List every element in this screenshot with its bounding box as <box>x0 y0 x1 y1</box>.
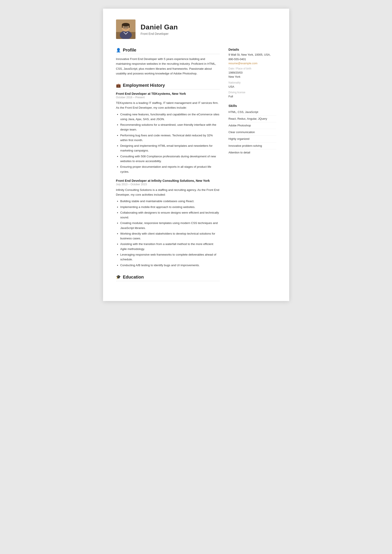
job-2-bullets: Building stable and maintainable codebas… <box>116 199 220 268</box>
bullet: Implementing a mobile-first approach to … <box>120 205 220 209</box>
license-value: Full <box>229 94 276 99</box>
skill-item: HTML, CSS, JavaScript <box>229 109 276 116</box>
skills-section: Skills HTML, CSS, JavaScript React, Redu… <box>229 104 276 156</box>
employment-icon: 💼 <box>116 83 121 88</box>
profile-section: 👤 Profile Innovative Front End Developer… <box>116 48 220 76</box>
bullet: Recommending solutions for a streamlined… <box>120 123 220 132</box>
header-text: Daniel Gan Front End Developer <box>141 23 178 35</box>
education-icon: 🎓 <box>116 275 121 279</box>
resume-page: Daniel Gan Front End Developer 👤 Profile… <box>103 9 289 301</box>
license-label: Driving license <box>229 91 276 94</box>
skill-item: React, Redux, Angular, JQuery <box>229 116 276 122</box>
profile-section-title: 👤 Profile <box>116 48 220 54</box>
job-2-desc: Infinity Consulting Solutions is a staff… <box>116 188 220 197</box>
details-section: Details 9 Wall St, New York, 10005, USA,… <box>229 48 276 99</box>
employment-section-title: 💼 Employment History <box>116 83 220 89</box>
svg-rect-6 <box>129 25 130 28</box>
skills-section-title: Skills <box>229 104 276 108</box>
job-2-dates: July 2013 – October 2015 <box>116 183 220 186</box>
bullet: Leveraging responsive web frameworks to … <box>120 252 220 262</box>
skill-item: Clear communication <box>229 129 276 136</box>
svg-point-4 <box>122 23 130 26</box>
main-layout: 👤 Profile Innovative Front End Developer… <box>116 48 276 288</box>
candidate-title: Front End Developer <box>141 32 178 35</box>
bullet: Collaborating with designers to ensure d… <box>120 210 220 220</box>
bullet: Ensuring proper documentation and report… <box>120 165 220 174</box>
job-2-title: Front End Developer at Infinity Consulti… <box>116 179 220 182</box>
bullet: Consulting with 508 Compliance professio… <box>120 154 220 164</box>
avatar <box>116 20 135 39</box>
job-2: Front End Developer at Infinity Consulti… <box>116 179 220 268</box>
details-section-title: Details <box>229 48 276 51</box>
job-1-bullets: Creating new features, functionality and… <box>116 112 220 174</box>
skills-list: HTML, CSS, JavaScript React, Redux, Angu… <box>229 109 276 156</box>
svg-point-7 <box>124 27 125 28</box>
profile-text: Innovative Front End Developer with 5 ye… <box>116 57 220 76</box>
skill-item: Innovative problem-solving <box>229 143 276 149</box>
nationality-value: USA <box>229 85 276 89</box>
bullet: Creating new features, functionality and… <box>120 112 220 122</box>
dob-label: Date / Place of birth <box>229 67 276 70</box>
details-email: resume@example.com <box>229 62 276 65</box>
nationality-label: Nationality <box>229 81 276 84</box>
bullet: Performing bug fixes and code reviews. T… <box>120 133 220 143</box>
skill-item: Attention to detail <box>229 149 276 156</box>
bullet: Assisting with the transition from a wat… <box>120 242 220 251</box>
job-1-title: Front End Developer at TEKsystems, New Y… <box>116 92 220 96</box>
right-column: Details 9 Wall St, New York, 10005, USA,… <box>229 48 276 288</box>
details-address: 9 Wall St, New York, 10005, USA, 890-555… <box>229 53 276 62</box>
profile-icon: 👤 <box>116 48 121 53</box>
svg-rect-5 <box>122 25 123 28</box>
job-1-dates: October 2016 – Present <box>116 96 220 99</box>
skill-item: Adobe Photoshop <box>229 122 276 129</box>
education-section: 🎓 Education <box>116 275 220 281</box>
job-1-desc: TEKsystems is a leading IT staffing, IT … <box>116 101 220 110</box>
candidate-name: Daniel Gan <box>141 23 178 31</box>
education-section-title: 🎓 Education <box>116 275 220 281</box>
employment-section: 💼 Employment History Front End Developer… <box>116 83 220 268</box>
resume-header: Daniel Gan Front End Developer <box>116 20 276 39</box>
left-column: 👤 Profile Innovative Front End Developer… <box>116 48 220 288</box>
svg-point-8 <box>127 27 127 28</box>
bullet: Conducting A/B testing to identify bugs … <box>120 263 220 268</box>
bullet: Building stable and maintainable codebas… <box>120 199 220 204</box>
dob-value: 1989/20/03 New York <box>229 70 276 79</box>
skill-item: Highly organized <box>229 136 276 142</box>
bullet: Creating modular, responsive templates u… <box>120 221 220 230</box>
bullet: Designing and implementing HTML email te… <box>120 144 220 153</box>
job-1: Front End Developer at TEKsystems, New Y… <box>116 92 220 174</box>
bullet: Working directly with client stakeholder… <box>120 231 220 241</box>
